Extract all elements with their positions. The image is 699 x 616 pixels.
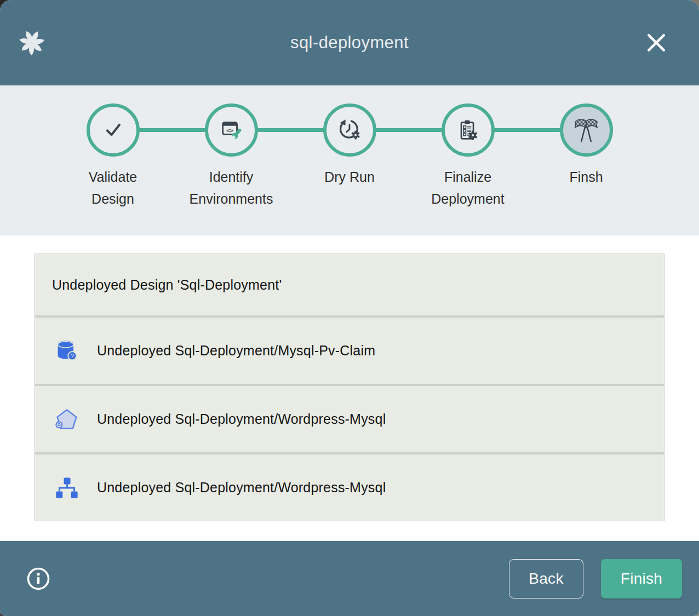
result-row-mysql-pv-claim: ? Undeployed Sql-Deployment/Mysql-Pv-Cla… (35, 318, 664, 384)
deployment-results-panel: Undeployed Design 'Sql-Deployment' ? Und… (35, 254, 664, 521)
step-label: Validate Design (89, 166, 137, 210)
step-label: Finsh (569, 166, 603, 188)
step-circle-identify-environments: <> (205, 103, 258, 157)
design-status-text: Undeployed Design 'Sql-Deployment' (52, 277, 282, 293)
info-icon (26, 566, 51, 591)
dialog-header: sql-deployment (0, 0, 699, 85)
close-icon (646, 32, 667, 53)
back-button[interactable]: Back (509, 559, 583, 598)
step-finalize-deployment: Finalize Deployment (409, 85, 527, 210)
result-text: Undeployed Sql-Deployment/Wordpress-Mysq… (97, 411, 386, 427)
results-content: Undeployed Design 'Sql-Deployment' ? Und… (0, 235, 699, 541)
design-status-row: Undeployed Design 'Sql-Deployment' (35, 254, 664, 315)
deployment-wizard-dialog: sql-deployment Vali (0, 0, 699, 616)
clipboard-gear-icon (455, 118, 480, 143)
step-label: Dry Run (324, 166, 375, 188)
step-validate-design: Validate Design (54, 85, 172, 210)
dialog-title: sql-deployment (0, 33, 699, 53)
info-button[interactable] (25, 566, 51, 592)
step-label: Identify Environments (190, 166, 273, 210)
database-question-icon: ? (54, 338, 80, 364)
dialog-footer: Back Finish (0, 541, 699, 616)
result-text: Undeployed Sql-Deployment/Wordpress-Mysq… (97, 480, 386, 496)
step-identify-environments: <> Identify Environments (172, 85, 290, 210)
step-finish: Finsh (527, 85, 645, 210)
svg-text:<>: <> (226, 126, 234, 134)
pentagon-pod-icon (54, 406, 80, 433)
wizard-stepper: Validate Design <> (0, 85, 699, 235)
history-gear-icon (337, 118, 362, 143)
close-button[interactable] (645, 32, 667, 54)
finish-flags-icon (571, 116, 601, 145)
step-label: Finalize Deployment (431, 166, 504, 210)
check-icon (100, 118, 125, 143)
svg-text:?: ? (71, 352, 74, 359)
result-row-wordpress-mysql-deployment: Undeployed Sql-Deployment/Wordpress-Mysq… (35, 454, 664, 521)
code-window-wrench-icon: <> (219, 118, 244, 143)
result-row-wordpress-mysql-service: Undeployed Sql-Deployment/Wordpress-Mysq… (35, 386, 664, 452)
step-circle-finalize-deployment (442, 103, 495, 157)
result-text: Undeployed Sql-Deployment/Mysql-Pv-Claim (97, 343, 375, 359)
step-dry-run: Dry Run (290, 85, 409, 210)
step-circle-finish (560, 103, 613, 157)
hierarchy-tree-icon (54, 475, 80, 501)
step-circle-validate-design (87, 103, 140, 157)
step-circle-dry-run (323, 103, 376, 157)
finish-button[interactable]: Finish (601, 559, 682, 598)
